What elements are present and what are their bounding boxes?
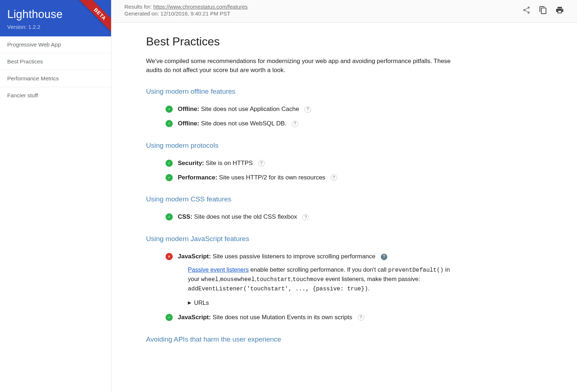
urls-expander[interactable]: ▶ URLs — [188, 298, 462, 307]
help-icon[interactable]: ? — [302, 214, 309, 220]
print-icon[interactable] — [555, 6, 564, 15]
sidebar-item-fancier-stuff[interactable]: Fancier stuff — [0, 87, 111, 104]
section-js: Using modern JavaScript features — [146, 235, 564, 243]
pass-icon — [166, 120, 173, 127]
section-protocols: Using modern protocols — [146, 142, 564, 150]
sidebar: Lighthouse Version: 1.2.2 BETA Progressi… — [0, 0, 111, 392]
page-intro: We've compiled some recommendations for … — [146, 57, 463, 75]
main: Results for: https://www.chromestatus.co… — [111, 0, 577, 392]
audit-css-flexbox: CSS: Site does not use the old CSS flexb… — [166, 210, 564, 224]
audit-detail: Passive event listeners enable better sc… — [188, 265, 462, 307]
section-css: Using modern CSS features — [146, 195, 564, 203]
pass-icon — [166, 160, 173, 167]
sidebar-header: Lighthouse Version: 1.2.2 BETA — [0, 0, 111, 36]
generated-label: Generated on: — [124, 10, 160, 17]
share-icon[interactable] — [522, 6, 531, 15]
passive-listeners-link[interactable]: Passive event listeners — [188, 266, 249, 273]
audit-offline-websql: Offline: Site does not use WebSQL DB. ? — [166, 116, 564, 131]
pass-icon — [166, 174, 173, 181]
help-icon[interactable]: ? — [358, 314, 364, 321]
help-icon[interactable]: ? — [304, 106, 311, 113]
generated-value: 12/10/2016, 9:40:21 PM PST — [160, 10, 230, 17]
audit-http2: Performance: Site uses HTTP/2 for its ow… — [166, 170, 564, 185]
pass-icon — [166, 314, 173, 321]
results-label: Results for: — [124, 4, 153, 10]
copy-icon[interactable] — [539, 6, 547, 15]
pass-icon — [166, 106, 173, 113]
audit-js-passive-listeners: JavaScript: Site uses passive listeners … — [166, 249, 564, 310]
section-offline: Using modern offline features — [146, 88, 564, 95]
help-icon[interactable]: ? — [331, 174, 337, 181]
audit-offline-appcache: Offline: Site does not use Application C… — [166, 102, 564, 116]
sidebar-item-performance-metrics[interactable]: Performance Metrics — [0, 70, 111, 87]
help-icon[interactable]: ? — [381, 254, 387, 260]
pass-icon — [166, 213, 173, 220]
triangle-right-icon: ▶ — [188, 299, 191, 306]
help-icon[interactable]: ? — [292, 121, 298, 127]
page-title: Best Practices — [146, 35, 564, 48]
section-apis: Avoiding APIs that harm the user experie… — [146, 335, 564, 343]
topbar-meta: Results for: https://www.chromestatus.co… — [124, 4, 248, 17]
topbar: Results for: https://www.chromestatus.co… — [111, 0, 577, 23]
sidebar-item-best-practices[interactable]: Best Practices — [0, 53, 111, 70]
fail-icon — [166, 253, 173, 260]
results-url[interactable]: https://www.chromestatus.com/features — [153, 4, 248, 10]
app-version: Version: 1.2.2 — [7, 24, 104, 30]
topbar-actions — [522, 6, 564, 15]
content: Best Practices We've compiled some recom… — [111, 23, 577, 392]
audit-https: Security: Site is on HTTPS ? — [166, 156, 564, 170]
audit-js-mutation-events: JavaScript: Site does not use Mutation E… — [166, 310, 564, 325]
sidebar-nav: Progressive Web App Best Practices Perfo… — [0, 36, 111, 104]
help-icon[interactable]: ? — [258, 160, 265, 166]
sidebar-item-pwa[interactable]: Progressive Web App — [0, 36, 111, 53]
